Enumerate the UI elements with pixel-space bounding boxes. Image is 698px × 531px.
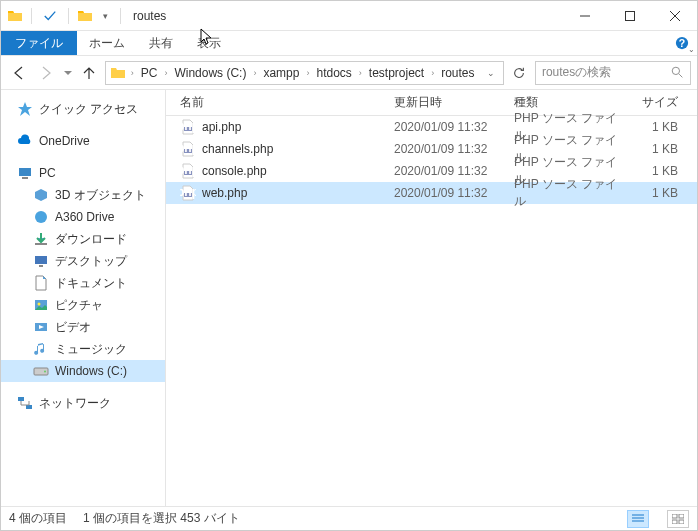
search-icon[interactable] [671, 66, 684, 79]
crumb[interactable]: Windows (C:) [170, 66, 250, 80]
separator [31, 8, 32, 24]
minimize-button[interactable] [562, 1, 607, 31]
file-list: 名前 更新日時 種類 サイズ phpapi.php2020/01/09 11:3… [166, 90, 697, 506]
cloud-icon [17, 133, 33, 149]
up-button[interactable] [77, 61, 100, 85]
back-button[interactable] [7, 61, 30, 85]
svg-rect-4 [19, 168, 31, 176]
folder-icon [33, 275, 49, 291]
col-size[interactable]: サイズ [626, 94, 686, 111]
expand-ribbon-icon[interactable]: ⌄ [688, 45, 695, 54]
titlebar: ▾ routes [1, 1, 697, 31]
tree-label: ネットワーク [39, 395, 111, 412]
svg-rect-7 [35, 243, 47, 245]
tree-network[interactable]: ネットワーク [1, 392, 165, 414]
folder-icon [33, 319, 49, 335]
tab-file[interactable]: ファイル [1, 31, 77, 55]
crumb[interactable]: testproject [365, 66, 428, 80]
col-type[interactable]: 種類 [506, 94, 626, 111]
crumb[interactable]: routes [437, 66, 478, 80]
svg-text:php: php [180, 185, 196, 199]
separator [68, 8, 69, 24]
tree-onedrive[interactable]: OneDrive [1, 130, 165, 152]
svg-rect-16 [26, 405, 32, 409]
maximize-button[interactable] [607, 1, 652, 31]
tree-pc[interactable]: PC [1, 162, 165, 184]
crumb[interactable]: xampp [259, 66, 303, 80]
tree-label: ダウンロード [55, 231, 127, 248]
folder-icon [33, 253, 49, 269]
file-name: channels.php [202, 142, 273, 156]
svg-point-3 [672, 67, 679, 74]
tree-child[interactable]: デスクトップ [1, 250, 165, 272]
svg-rect-26 [679, 514, 684, 518]
window-title: routes [129, 9, 166, 23]
folder-icon [33, 209, 49, 225]
view-details-button[interactable] [627, 510, 649, 528]
tree-child[interactable]: ピクチャ [1, 294, 165, 316]
file-date: 2020/01/09 11:32 [386, 164, 506, 178]
col-name[interactable]: 名前 [166, 94, 386, 111]
tree-label: A360 Drive [55, 210, 114, 224]
folder-icon [33, 231, 49, 247]
close-button[interactable] [652, 1, 697, 31]
address-dropdown-icon[interactable]: ⌄ [483, 68, 499, 78]
svg-rect-9 [39, 265, 43, 267]
tab-home[interactable]: ホーム [77, 31, 137, 55]
file-date: 2020/01/09 11:32 [386, 142, 506, 156]
svg-rect-0 [625, 11, 634, 20]
chevron-right-icon[interactable]: › [163, 68, 168, 78]
tree-child[interactable]: ミュージック [1, 338, 165, 360]
separator [120, 8, 121, 24]
recent-dropdown[interactable] [62, 61, 74, 85]
folder-icon [33, 363, 49, 379]
tree-label: クイック アクセス [39, 101, 138, 118]
search-input[interactable]: routesの検索 [535, 61, 691, 85]
statusbar: 4 個の項目 1 個の項目を選択 453 バイト [1, 506, 697, 530]
php-file-icon: php [180, 163, 196, 179]
forward-button[interactable] [34, 61, 57, 85]
tree-quick-access[interactable]: クイック アクセス [1, 98, 165, 120]
php-file-icon: php [180, 141, 196, 157]
svg-rect-27 [672, 520, 677, 524]
refresh-button[interactable] [508, 66, 531, 80]
svg-rect-15 [18, 397, 24, 401]
tree-child[interactable]: ダウンロード [1, 228, 165, 250]
file-row[interactable]: phpweb.php2020/01/09 11:32PHP ソース ファイル1 … [166, 182, 697, 204]
tree-child[interactable]: ビデオ [1, 316, 165, 338]
search-placeholder: routesの検索 [542, 64, 671, 81]
navbar: › PC › Windows (C:) › xampp › htdocs › t… [1, 56, 697, 90]
star-icon [17, 101, 33, 117]
tree-child[interactable]: ドキュメント [1, 272, 165, 294]
view-icons-button[interactable] [667, 510, 689, 528]
col-date[interactable]: 更新日時 [386, 94, 506, 111]
crumb[interactable]: htdocs [312, 66, 355, 80]
tab-share[interactable]: 共有 [137, 31, 185, 55]
tree-label: Windows (C:) [55, 364, 127, 378]
qat-dropdown-icon[interactable]: ▾ [99, 11, 112, 21]
php-file-icon: php [180, 185, 196, 201]
file-name: api.php [202, 120, 241, 134]
tree-label: OneDrive [39, 134, 90, 148]
chevron-right-icon[interactable]: › [430, 68, 435, 78]
svg-point-6 [35, 211, 47, 223]
chevron-right-icon[interactable]: › [252, 68, 257, 78]
file-size: 1 KB [626, 164, 686, 178]
tree-label: ドキュメント [55, 275, 127, 292]
chevron-right-icon[interactable]: › [358, 68, 363, 78]
tab-view[interactable]: 表示 [185, 31, 233, 55]
crumb[interactable]: PC [137, 66, 162, 80]
address-bar[interactable]: › PC › Windows (C:) › xampp › htdocs › t… [105, 61, 504, 85]
folder-icon [33, 187, 49, 203]
qat-save-icon[interactable] [40, 6, 60, 26]
tree-child[interactable]: Windows (C:) [1, 360, 165, 382]
tree-label: デスクトップ [55, 253, 127, 270]
tree-child[interactable]: A360 Drive [1, 206, 165, 228]
chevron-right-icon[interactable]: › [305, 68, 310, 78]
chevron-right-icon[interactable]: › [130, 68, 135, 78]
nav-tree: クイック アクセス OneDrive PC 3D オブジェクトA360 Driv… [1, 90, 166, 506]
file-type: PHP ソース ファイル [506, 176, 626, 210]
svg-text:?: ? [679, 37, 685, 49]
tree-child[interactable]: 3D オブジェクト [1, 184, 165, 206]
help-button[interactable]: ? ⌄ [667, 31, 697, 55]
